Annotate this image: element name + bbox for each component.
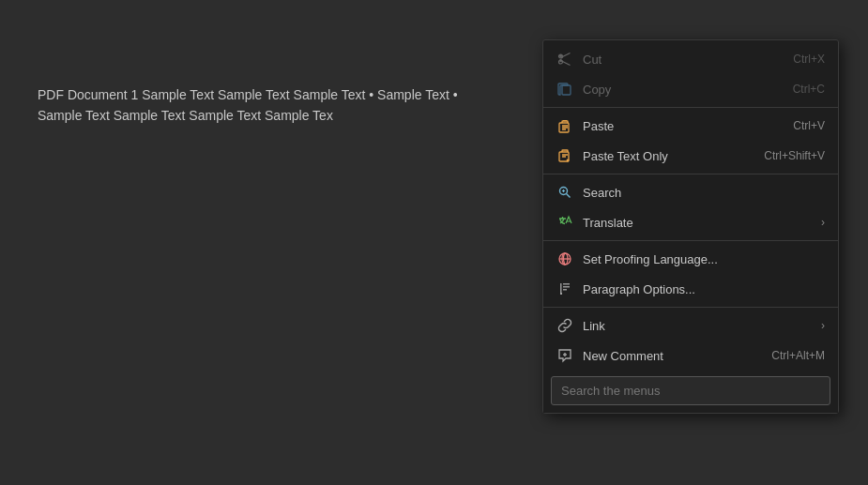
separator-4: [543, 307, 838, 308]
svg-rect-4: [562, 85, 571, 95]
search-label: Search: [583, 186, 621, 200]
new-comment-shortcut: Ctrl+Alt+M: [771, 349, 825, 362]
copy-label: Copy: [583, 83, 611, 97]
proofing-icon: [556, 250, 573, 267]
context-menu: Cut Ctrl+X Copy Ctrl+C Paste Ctrl+V: [542, 39, 839, 414]
proofing-label: Set Proofing Language...: [583, 252, 718, 266]
paste-text-only-icon: [556, 147, 573, 164]
search-icon: [556, 184, 573, 201]
link-label: Link: [583, 319, 605, 333]
menu-item-link[interactable]: Link ›: [543, 311, 838, 341]
menu-item-copy[interactable]: Copy Ctrl+C: [543, 74, 838, 104]
menu-item-cut[interactable]: Cut Ctrl+X: [543, 44, 838, 74]
new-comment-icon: [556, 347, 573, 364]
document-text-line2: Sample Text Sample Text Sample Text Samp…: [38, 108, 333, 123]
paste-shortcut: Ctrl+V: [793, 119, 825, 132]
paste-label: Paste: [583, 119, 614, 133]
separator-3: [543, 240, 838, 241]
paste-text-only-shortcut: Ctrl+Shift+V: [764, 149, 825, 162]
menu-item-search[interactable]: Search: [543, 177, 838, 207]
link-arrow: ›: [821, 319, 825, 332]
separator-2: [543, 174, 838, 174]
menu-item-proofing[interactable]: Set Proofing Language...: [543, 244, 838, 274]
menu-item-paragraph[interactable]: Paragraph Options...: [543, 274, 838, 304]
paste-icon: [556, 117, 573, 134]
copy-shortcut: Ctrl+C: [793, 83, 825, 96]
paragraph-icon: [556, 280, 573, 297]
svg-line-8: [567, 194, 571, 198]
cut-shortcut: Ctrl+X: [793, 53, 825, 66]
translate-label: Translate: [583, 216, 633, 230]
menu-item-translate[interactable]: Translate ›: [543, 207, 838, 237]
translate-arrow: ›: [821, 216, 825, 229]
cut-icon: [556, 51, 573, 68]
document-text-line1: PDF Document 1 Sample Text Sample Text S…: [38, 87, 458, 102]
menu-item-new-comment[interactable]: New Comment Ctrl+Alt+M: [543, 341, 838, 371]
menu-item-paste[interactable]: Paste Ctrl+V: [543, 111, 838, 141]
paragraph-label: Paragraph Options...: [583, 282, 695, 296]
translate-icon: [556, 214, 573, 231]
separator-1: [543, 107, 838, 108]
menu-item-paste-text-only[interactable]: Paste Text Only Ctrl+Shift+V: [543, 141, 838, 171]
link-icon: [556, 317, 573, 334]
cut-label: Cut: [583, 53, 602, 67]
paste-text-only-label: Paste Text Only: [583, 149, 668, 163]
new-comment-label: New Comment: [583, 349, 663, 363]
copy-icon: [556, 81, 573, 98]
search-menus-container: [543, 371, 838, 413]
search-menus-input[interactable]: [551, 376, 830, 405]
